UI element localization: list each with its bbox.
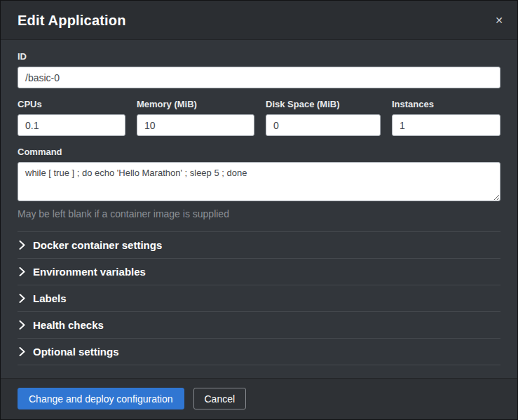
edit-application-modal: Edit Application ✕ ID CPUs Memory (MiB) … [0, 0, 518, 420]
chevron-right-icon [19, 241, 25, 250]
section-label: Optional settings [33, 346, 119, 358]
modal-title: Edit Application [18, 13, 500, 29]
modal-header: Edit Application ✕ [1, 1, 517, 40]
chevron-right-icon [19, 347, 25, 356]
resources-row: CPUs Memory (MiB) Disk Space (MiB) Insta… [18, 99, 500, 136]
collapsible-sections: Docker container settings Environment va… [18, 231, 500, 365]
section-environment-variables[interactable]: Environment variables [18, 258, 500, 285]
cpus-field-group: CPUs [18, 99, 125, 136]
cancel-button[interactable]: Cancel [193, 388, 247, 409]
id-label: ID [18, 51, 500, 62]
id-field-group: ID [18, 51, 500, 88]
section-optional-settings[interactable]: Optional settings [18, 338, 500, 365]
modal-body: ID CPUs Memory (MiB) Disk Space (MiB) In… [1, 40, 517, 378]
change-and-deploy-button[interactable]: Change and deploy configuration [18, 388, 184, 409]
disk-input[interactable] [266, 114, 381, 136]
section-docker-container-settings[interactable]: Docker container settings [18, 231, 500, 258]
section-label: Labels [33, 292, 67, 304]
cpus-label: CPUs [18, 99, 125, 109]
section-label: Environment variables [33, 266, 146, 278]
chevron-right-icon [19, 294, 25, 303]
id-input[interactable] [18, 67, 500, 88]
section-health-checks[interactable]: Health checks [18, 311, 500, 338]
chevron-right-icon [19, 320, 25, 330]
command-label: Command [18, 147, 500, 157]
disk-field-group: Disk Space (MiB) [266, 99, 381, 136]
disk-label: Disk Space (MiB) [266, 99, 381, 109]
close-icon[interactable]: ✕ [491, 12, 507, 29]
command-help-text: May be left blank if a container image i… [18, 208, 500, 219]
memory-label: Memory (MiB) [137, 99, 254, 109]
cpus-input[interactable] [18, 114, 125, 136]
section-label: Docker container settings [33, 239, 162, 251]
chevron-right-icon [19, 267, 25, 276]
command-field-group: Command while [ true ] ; do echo 'Hello … [18, 147, 500, 219]
modal-footer: Change and deploy configuration Cancel [1, 378, 517, 419]
instances-input[interactable] [392, 114, 500, 136]
section-label: Health checks [33, 319, 104, 331]
memory-input[interactable] [137, 114, 254, 136]
command-textarea[interactable]: while [ true ] ; do echo 'Hello Marathon… [18, 162, 500, 201]
memory-field-group: Memory (MiB) [137, 99, 254, 136]
instances-label: Instances [392, 99, 500, 109]
instances-field-group: Instances [392, 99, 500, 136]
section-labels[interactable]: Labels [18, 285, 500, 311]
